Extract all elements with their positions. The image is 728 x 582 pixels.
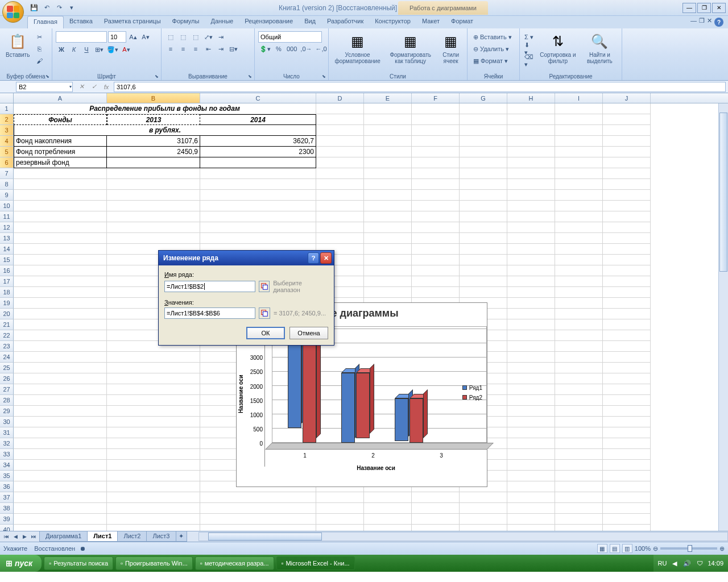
cell[interactable] bbox=[14, 363, 107, 373]
row-header-24[interactable]: 24 bbox=[0, 352, 14, 363]
cell-b2[interactable]: 2013 bbox=[107, 114, 200, 125]
cell[interactable] bbox=[316, 103, 364, 114]
decrease-indent-icon[interactable]: ⇤ bbox=[202, 43, 214, 55]
qat-customize-icon[interactable]: ▾ bbox=[66, 2, 77, 14]
cell[interactable] bbox=[460, 276, 507, 287]
decrease-decimal-icon[interactable]: ←,0 bbox=[315, 43, 328, 55]
cell[interactable] bbox=[460, 190, 507, 201]
cell[interactable] bbox=[364, 525, 412, 531]
cell[interactable] bbox=[603, 471, 651, 481]
row-header-18[interactable]: 18 bbox=[0, 287, 14, 298]
taskbar-item[interactable]: ▫Microsoft Excel - Кни... bbox=[276, 556, 355, 570]
ok-button[interactable]: ОК bbox=[246, 327, 285, 339]
dialog-close-button[interactable]: ✕ bbox=[320, 252, 332, 264]
taskbar-item[interactable]: ▫методическая разра... bbox=[195, 556, 274, 570]
inner-minimize[interactable]: — bbox=[690, 17, 697, 24]
cell[interactable] bbox=[107, 352, 200, 363]
cell[interactable] bbox=[555, 363, 603, 373]
font-launcher[interactable]: ⬊ bbox=[153, 73, 160, 80]
cell[interactable] bbox=[316, 525, 364, 531]
macro-record-icon[interactable]: ⏺ bbox=[80, 545, 86, 552]
tab-review[interactable]: Рецензирование bbox=[239, 16, 299, 28]
cell[interactable] bbox=[412, 168, 460, 179]
cell[interactable] bbox=[460, 211, 507, 222]
cell[interactable] bbox=[107, 406, 200, 417]
row-header-10[interactable]: 10 bbox=[0, 201, 14, 211]
number-launcher[interactable]: ⬊ bbox=[320, 73, 327, 80]
cell[interactable] bbox=[14, 514, 107, 525]
cell[interactable] bbox=[14, 460, 107, 471]
sheet-tab-Лист2[interactable]: Лист2 bbox=[117, 531, 147, 542]
cell[interactable] bbox=[555, 471, 603, 481]
cell[interactable] bbox=[412, 503, 460, 514]
zoom-slider[interactable] bbox=[660, 547, 717, 550]
cell[interactable] bbox=[14, 211, 107, 222]
cell[interactable] bbox=[316, 147, 364, 157]
col-header-B[interactable]: B bbox=[107, 93, 200, 103]
cell[interactable] bbox=[364, 492, 412, 503]
enter-formula-icon[interactable]: ✓ bbox=[88, 82, 100, 92]
cell[interactable] bbox=[460, 147, 507, 157]
cell[interactable] bbox=[603, 417, 651, 427]
cell[interactable] bbox=[200, 179, 316, 190]
tab-page-layout[interactable]: Разметка страницы bbox=[98, 16, 167, 28]
cell[interactable] bbox=[200, 222, 316, 233]
row-header-8[interactable]: 8 bbox=[0, 179, 14, 190]
cell[interactable] bbox=[555, 168, 603, 179]
row-header-35[interactable]: 35 bbox=[0, 471, 14, 481]
cell[interactable] bbox=[200, 503, 316, 514]
cell[interactable] bbox=[507, 125, 555, 136]
row-header-4[interactable]: 4 bbox=[0, 136, 14, 147]
cell[interactable] bbox=[200, 201, 316, 211]
cell[interactable] bbox=[107, 168, 200, 179]
cell-a5[interactable]: Фонд потребления bbox=[14, 147, 107, 157]
cell[interactable] bbox=[412, 103, 460, 114]
cell[interactable] bbox=[555, 255, 603, 265]
sheet-nav-prev[interactable]: ◀ bbox=[11, 532, 19, 541]
col-header-D[interactable]: D bbox=[316, 93, 364, 103]
fill-icon[interactable]: ⬇ ▾ bbox=[523, 43, 535, 55]
row-header-22[interactable]: 22 bbox=[0, 330, 14, 341]
row-header-12[interactable]: 12 bbox=[0, 222, 14, 233]
col-header-A[interactable]: A bbox=[14, 93, 107, 103]
cell[interactable] bbox=[507, 373, 555, 384]
cell[interactable] bbox=[555, 222, 603, 233]
col-header-E[interactable]: E bbox=[364, 93, 412, 103]
cell[interactable] bbox=[555, 244, 603, 255]
sheet-tab-Лист3[interactable]: Лист3 bbox=[146, 531, 176, 542]
fill-color-button[interactable]: 🪣▾ bbox=[106, 44, 119, 55]
cell[interactable] bbox=[364, 265, 412, 276]
row-header-36[interactable]: 36 bbox=[0, 481, 14, 492]
align-middle-icon[interactable]: ⬚ bbox=[177, 31, 189, 43]
cell[interactable] bbox=[555, 373, 603, 384]
cell[interactable] bbox=[107, 222, 200, 233]
cell[interactable] bbox=[603, 309, 651, 319]
office-button[interactable] bbox=[2, 1, 24, 23]
clipboard-launcher[interactable]: ⬊ bbox=[44, 73, 51, 80]
cell[interactable] bbox=[107, 211, 200, 222]
cell[interactable] bbox=[14, 373, 107, 384]
cell[interactable] bbox=[200, 233, 316, 244]
cell[interactable] bbox=[555, 233, 603, 244]
cell[interactable] bbox=[460, 514, 507, 525]
cell[interactable] bbox=[200, 525, 316, 531]
tab-view[interactable]: Вид bbox=[299, 16, 321, 28]
cell[interactable] bbox=[507, 427, 555, 438]
cell[interactable] bbox=[507, 136, 555, 147]
cell[interactable] bbox=[603, 114, 651, 125]
cell[interactable] bbox=[603, 319, 651, 330]
cell[interactable] bbox=[107, 460, 200, 471]
cell[interactable] bbox=[14, 503, 107, 514]
row-header-39[interactable]: 39 bbox=[0, 514, 14, 525]
cell[interactable] bbox=[603, 168, 651, 179]
increase-indent-icon[interactable]: ⇥ bbox=[215, 43, 226, 55]
cell-styles-button[interactable]: ▦Стили ячеек bbox=[438, 31, 464, 65]
cell[interactable] bbox=[555, 147, 603, 157]
cell[interactable] bbox=[507, 201, 555, 211]
underline-button[interactable]: Ч bbox=[81, 44, 92, 55]
col-header-F[interactable]: F bbox=[412, 93, 460, 103]
alignment-launcher[interactable]: ⬊ bbox=[246, 73, 253, 80]
cell[interactable] bbox=[316, 190, 364, 201]
sheet-nav-next[interactable]: ▶ bbox=[20, 532, 28, 541]
cell[interactable] bbox=[507, 157, 555, 168]
